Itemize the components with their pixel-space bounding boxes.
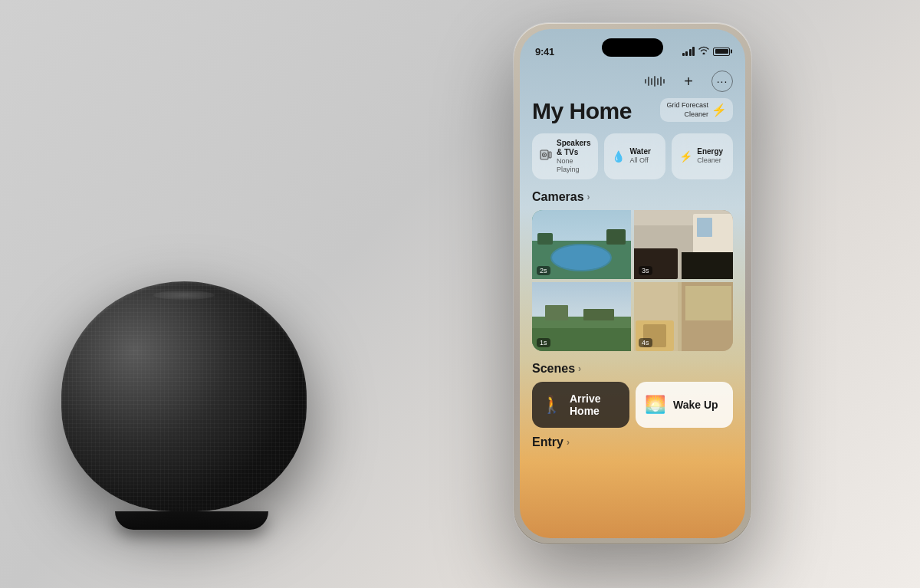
energy-icon: ⚡ <box>679 150 692 163</box>
status-time: 9:41 <box>535 46 554 57</box>
svg-rect-25 <box>685 286 731 320</box>
wake-up-label: Wake Up <box>673 399 718 411</box>
camera-4-timer: 4s <box>639 338 652 347</box>
dynamic-island <box>602 38 663 57</box>
camera-cell-3[interactable]: 1s <box>532 282 631 351</box>
scenes-row: 🚶 Arrive Home 🌅 Wake Up <box>532 382 733 428</box>
svg-point-7 <box>552 245 610 270</box>
scenes-chevron: › <box>578 363 581 374</box>
water-icon: 💧 <box>612 150 625 163</box>
camera-cell-4[interactable]: 4s <box>634 282 733 351</box>
more-button[interactable]: ··· <box>711 71 733 92</box>
svg-rect-8 <box>537 233 553 245</box>
svg-rect-9 <box>606 229 626 245</box>
pill-speakers-text: Speakers & TVs None Playing <box>557 139 590 174</box>
svg-rect-19 <box>545 305 568 320</box>
app-toolbar: + ··· <box>532 67 733 98</box>
home-title-area: My Home Grid Forecast Cleaner ⚡ <box>532 98 733 124</box>
grid-forecast-icon: ⚡ <box>711 103 727 117</box>
svg-point-3 <box>544 154 545 156</box>
iphone-frame: 9:41 <box>514 23 751 544</box>
camera-3-timer: 1s <box>537 338 550 347</box>
camera-1-timer: 2s <box>537 266 550 275</box>
scenes-section: Scenes › 🚶 Arrive Home 🌅 Wake Up <box>532 362 733 428</box>
svg-rect-16 <box>682 252 733 279</box>
grid-forecast-text: Grid Forecast Cleaner <box>666 101 708 119</box>
entry-section-header[interactable]: Entry › <box>532 435 733 449</box>
signal-icon <box>682 47 695 56</box>
camera-cell-1[interactable]: 2s <box>532 210 631 279</box>
status-icons <box>682 46 731 57</box>
arrive-home-label: Arrive Home <box>570 393 620 417</box>
entry-chevron: › <box>567 437 570 448</box>
pill-energy[interactable]: ⚡ Energy Cleaner <box>672 133 733 179</box>
wifi-icon <box>698 46 709 57</box>
camera-cell-2[interactable]: 3s <box>634 210 733 279</box>
entry-section: Entry › <box>532 435 733 449</box>
camera-grid: 2s 3s <box>532 210 733 351</box>
arrive-home-button[interactable]: 🚶 Arrive Home <box>532 382 629 428</box>
homepod-mini <box>61 281 322 542</box>
add-button[interactable]: + <box>678 71 699 92</box>
cameras-chevron: › <box>587 192 590 202</box>
svg-rect-20 <box>583 309 614 320</box>
pill-water[interactable]: 💧 Water All Off <box>604 133 665 179</box>
grid-forecast-badge[interactable]: Grid Forecast Cleaner ⚡ <box>660 98 733 122</box>
wake-up-icon: 🌅 <box>645 395 665 415</box>
battery-icon <box>713 48 730 56</box>
svg-rect-1 <box>549 152 551 158</box>
arrive-home-icon: 🚶 <box>541 395 562 415</box>
pill-water-text: Water All Off <box>629 147 650 165</box>
iphone-device: 9:41 <box>514 23 751 560</box>
iphone-screen: 9:41 <box>520 29 745 538</box>
cameras-section-header[interactable]: Cameras › <box>532 190 733 204</box>
home-app-content: + ··· My Home Grid Forecast Cleaner ⚡ <box>520 67 745 538</box>
camera-2-timer: 3s <box>639 266 652 275</box>
waveform-button[interactable] <box>644 71 665 92</box>
scenes-section-header[interactable]: Scenes › <box>532 362 733 376</box>
wake-up-button[interactable]: 🌅 Wake Up <box>636 382 733 428</box>
svg-rect-14 <box>697 218 712 237</box>
pill-speakers-tvs[interactable]: Speakers & TVs None Playing <box>532 133 598 179</box>
home-title: My Home <box>532 98 632 124</box>
pill-energy-text: Energy Cleaner <box>697 147 723 165</box>
category-pills: Speakers & TVs None Playing 💧 Water All … <box>532 133 733 179</box>
speakers-icon <box>540 149 552 163</box>
